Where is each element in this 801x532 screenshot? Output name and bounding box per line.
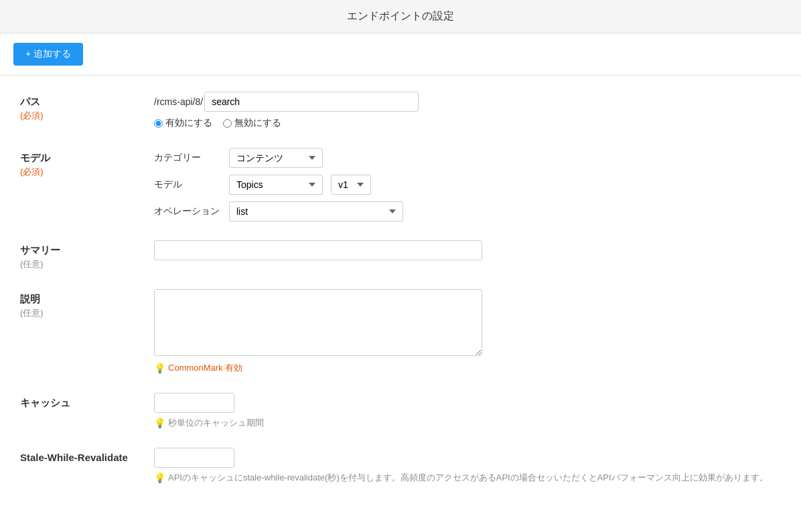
radio-disable-text: 無効にする	[234, 117, 281, 129]
cache-hint-icon: 💡	[154, 418, 165, 428]
description-optional: (任意)	[20, 307, 154, 319]
form-content-model: カテゴリー コンテンツ システム モデル Topics Members Cate…	[154, 148, 781, 221]
form-row-stale: Stale-While-Revalidate 💡 APIのキャッシュにstale…	[20, 448, 781, 484]
radio-disable-label[interactable]: 無効にする	[223, 117, 281, 129]
stale-hint-text: APIのキャッシュにstale-while-revalidate(秒)を付与しま…	[168, 472, 768, 484]
commonmark-link[interactable]: CommonMark 有効	[168, 362, 242, 374]
model-label: モデル	[20, 152, 154, 165]
category-select[interactable]: コンテンツ システム	[229, 148, 323, 168]
radio-disable[interactable]	[223, 119, 232, 128]
form-label-col-model: モデル (必須)	[20, 148, 154, 178]
form-label-col-description: 説明 (任意)	[20, 289, 154, 319]
form-row-description: 説明 (任意) 💡 CommonMark 有効	[20, 289, 781, 374]
form-label-col-stale: Stale-While-Revalidate	[20, 448, 154, 463]
path-required: (必須)	[20, 110, 154, 122]
form-container: パス (必須) /rcms-api/8/ 有効にする 無効にする モデ	[0, 76, 801, 519]
model-required: (必須)	[20, 166, 154, 178]
form-content-summary	[154, 240, 781, 260]
model-select[interactable]: Topics Members Category	[229, 175, 323, 195]
form-content-path: /rcms-api/8/ 有効にする 無効にする	[154, 92, 781, 129]
stale-label: Stale-While-Revalidate	[20, 452, 154, 463]
cache-label: キャッシュ	[20, 397, 154, 410]
form-row-path: パス (必須) /rcms-api/8/ 有効にする 無効にする	[20, 92, 781, 129]
form-row-model: モデル (必須) カテゴリー コンテンツ システム モデル Topics Mem…	[20, 148, 781, 221]
form-row-summary: サマリー (任意)	[20, 240, 781, 270]
radio-enable[interactable]	[154, 119, 163, 128]
form-row-cache: キャッシュ 💡 秒単位のキャッシュ期間	[20, 393, 781, 429]
path-prefix: /rcms-api/8/	[154, 96, 203, 107]
form-content-description: 💡 CommonMark 有効	[154, 289, 781, 374]
form-label-col-cache: キャッシュ	[20, 393, 154, 410]
page-title: エンドポイントの設定	[347, 10, 454, 21]
cache-hint-text: 秒単位のキャッシュ期間	[168, 417, 264, 429]
summary-input[interactable]	[154, 240, 482, 260]
operation-row-label: オペレーション	[154, 205, 221, 217]
path-input[interactable]	[204, 92, 419, 112]
toolbar: + 追加する	[0, 33, 801, 76]
summary-label: サマリー	[20, 244, 154, 257]
model-row-label: モデル	[154, 179, 221, 191]
description-textarea[interactable]	[154, 289, 482, 356]
commonmark-icon: 💡	[154, 363, 165, 373]
form-content-stale: 💡 APIのキャッシュにstale-while-revalidate(秒)を付与…	[154, 448, 781, 484]
description-label: 説明	[20, 293, 154, 306]
form-content-cache: 💡 秒単位のキャッシュ期間	[154, 393, 781, 429]
category-row-label: カテゴリー	[154, 152, 221, 164]
cache-input[interactable]	[154, 393, 234, 413]
summary-optional: (任意)	[20, 258, 154, 270]
add-button[interactable]: + 追加する	[13, 43, 83, 66]
operation-select[interactable]: list get create update delete	[229, 201, 403, 221]
stale-input[interactable]	[154, 448, 234, 468]
page-header: エンドポイントの設定	[0, 0, 801, 33]
path-label: パス	[20, 96, 154, 108]
radio-enable-text: 有効にする	[165, 117, 212, 129]
form-label-col-path: パス (必須)	[20, 92, 154, 122]
stale-hint-icon: 💡	[154, 472, 165, 483]
form-label-col-summary: サマリー (任意)	[20, 240, 154, 270]
version-select[interactable]: v1 v2	[331, 175, 371, 195]
radio-enable-label[interactable]: 有効にする	[154, 117, 212, 129]
